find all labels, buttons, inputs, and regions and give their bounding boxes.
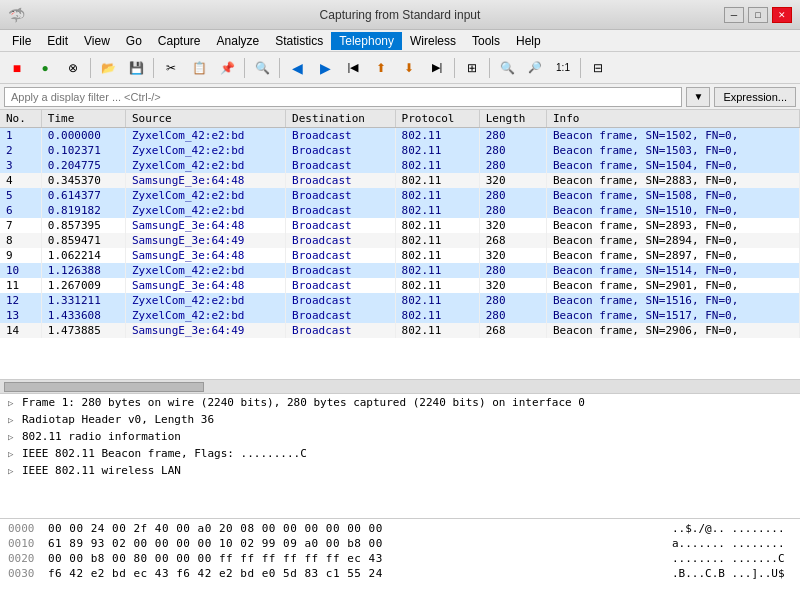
copy-button[interactable]: 📋 bbox=[186, 56, 212, 80]
detail-item[interactable]: ▷Frame 1: 280 bytes on wire (2240 bits),… bbox=[0, 394, 800, 411]
cell-length: 320 bbox=[479, 218, 546, 233]
cell-protocol: 802.11 bbox=[395, 233, 479, 248]
table-row[interactable]: 121.331211ZyxelCom_42:e2:bdBroadcast802.… bbox=[0, 293, 800, 308]
expression-button[interactable]: Expression... bbox=[714, 87, 796, 107]
open-button[interactable]: 📂 bbox=[95, 56, 121, 80]
hex-dump[interactable]: 0000 00 00 24 00 2f 40 00 a0 20 08 00 00… bbox=[0, 519, 800, 597]
toolbar-sep-3 bbox=[244, 58, 245, 78]
cell-protocol: 802.11 bbox=[395, 218, 479, 233]
hex-row: 0030 f6 42 e2 bd ec 43 f6 42 e2 bd e0 5d… bbox=[0, 566, 800, 581]
table-row[interactable]: 141.473885SamsungE_3e:64:49Broadcast802.… bbox=[0, 323, 800, 338]
table-row[interactable]: 91.062214SamsungE_3e:64:48Broadcast802.1… bbox=[0, 248, 800, 263]
detail-item[interactable]: ▷Radiotap Header v0, Length 36 bbox=[0, 411, 800, 428]
table-row[interactable]: 10.000000ZyxelCom_42:e2:bdBroadcast802.1… bbox=[0, 128, 800, 144]
cell-no: 8 bbox=[0, 233, 41, 248]
cell-source: ZyxelCom_42:e2:bd bbox=[125, 128, 285, 144]
paste-button[interactable]: 📌 bbox=[214, 56, 240, 80]
menu-view[interactable]: View bbox=[76, 32, 118, 50]
maximize-button[interactable]: □ bbox=[748, 7, 768, 23]
cut-button[interactable]: ✂ bbox=[158, 56, 184, 80]
nav-up-button[interactable]: ⬆ bbox=[368, 56, 394, 80]
packet-list[interactable]: No. Time Source Destination Protocol Len… bbox=[0, 110, 800, 380]
hex-row: 0020 00 00 b8 00 80 00 00 00 ff ff ff ff… bbox=[0, 551, 800, 566]
table-row[interactable]: 101.126388ZyxelCom_42:e2:bdBroadcast802.… bbox=[0, 263, 800, 278]
menu-edit[interactable]: Edit bbox=[39, 32, 76, 50]
detail-arrow: ▷ bbox=[8, 466, 18, 476]
menu-wireless[interactable]: Wireless bbox=[402, 32, 464, 50]
hex-ascii: ..$./@.. ........ bbox=[672, 522, 792, 535]
menu-analyze[interactable]: Analyze bbox=[209, 32, 268, 50]
cell-length: 320 bbox=[479, 173, 546, 188]
menu-statistics[interactable]: Statistics bbox=[267, 32, 331, 50]
filter-input[interactable] bbox=[4, 87, 682, 107]
cell-length: 280 bbox=[479, 308, 546, 323]
cell-time: 1.062214 bbox=[41, 248, 125, 263]
detail-arrow: ▷ bbox=[8, 449, 18, 459]
table-row[interactable]: 20.102371ZyxelCom_42:e2:bdBroadcast802.1… bbox=[0, 143, 800, 158]
cell-destination: Broadcast bbox=[286, 308, 395, 323]
zoom-normal-button[interactable]: 1:1 bbox=[550, 56, 576, 80]
table-row[interactable]: 111.267009SamsungE_3e:64:48Broadcast802.… bbox=[0, 278, 800, 293]
nav-first-button[interactable]: |◀ bbox=[340, 56, 366, 80]
menu-capture[interactable]: Capture bbox=[150, 32, 209, 50]
window-controls: ─ □ ✕ bbox=[724, 7, 792, 23]
zoom-out-button[interactable]: 🔎 bbox=[522, 56, 548, 80]
find-button[interactable]: 🔍 bbox=[249, 56, 275, 80]
packet-detail[interactable]: ▷Frame 1: 280 bytes on wire (2240 bits),… bbox=[0, 394, 800, 519]
cell-destination: Broadcast bbox=[286, 203, 395, 218]
cell-protocol: 802.11 bbox=[395, 158, 479, 173]
table-row[interactable]: 40.345370SamsungE_3e:64:48Broadcast802.1… bbox=[0, 173, 800, 188]
toolbar-sep-6 bbox=[489, 58, 490, 78]
hex-row: 0010 61 89 93 02 00 00 00 00 10 02 99 09… bbox=[0, 536, 800, 551]
window-title: Capturing from Standard input bbox=[320, 8, 481, 22]
close-button[interactable]: ✕ bbox=[772, 7, 792, 23]
hscroll-bar[interactable] bbox=[0, 380, 800, 394]
col-destination: Destination bbox=[286, 110, 395, 128]
cell-protocol: 802.11 bbox=[395, 323, 479, 338]
hscroll-thumb[interactable] bbox=[4, 382, 204, 392]
cell-source: ZyxelCom_42:e2:bd bbox=[125, 263, 285, 278]
detail-item[interactable]: ▷IEEE 802.11 wireless LAN bbox=[0, 462, 800, 479]
cell-time: 1.267009 bbox=[41, 278, 125, 293]
cell-info: Beacon frame, SN=1508, FN=0, bbox=[546, 188, 799, 203]
close-capture-button[interactable]: ⊗ bbox=[60, 56, 86, 80]
detail-item[interactable]: ▷IEEE 802.11 Beacon frame, Flags: ......… bbox=[0, 445, 800, 462]
nav-down-button[interactable]: ⬇ bbox=[396, 56, 422, 80]
table-row[interactable]: 50.614377ZyxelCom_42:e2:bdBroadcast802.1… bbox=[0, 188, 800, 203]
table-row[interactable]: 60.819182ZyxelCom_42:e2:bdBroadcast802.1… bbox=[0, 203, 800, 218]
cell-destination: Broadcast bbox=[286, 218, 395, 233]
menu-telephony[interactable]: Telephony bbox=[331, 32, 402, 50]
title-left: 🦈 bbox=[8, 7, 25, 23]
save-button[interactable]: 💾 bbox=[123, 56, 149, 80]
menu-help[interactable]: Help bbox=[508, 32, 549, 50]
nav-last-button[interactable]: ▶| bbox=[424, 56, 450, 80]
table-header-row: No. Time Source Destination Protocol Len… bbox=[0, 110, 800, 128]
detail-item[interactable]: ▷802.11 radio information bbox=[0, 428, 800, 445]
menu-tools[interactable]: Tools bbox=[464, 32, 508, 50]
nav-back-button[interactable]: ◀ bbox=[284, 56, 310, 80]
minimize-button[interactable]: ─ bbox=[724, 7, 744, 23]
cell-destination: Broadcast bbox=[286, 323, 395, 338]
cell-length: 320 bbox=[479, 248, 546, 263]
filter-dropdown[interactable]: ▼ bbox=[686, 87, 710, 107]
cell-length: 280 bbox=[479, 128, 546, 144]
cell-no: 6 bbox=[0, 203, 41, 218]
stop-button[interactable]: ■ bbox=[4, 56, 30, 80]
menu-go[interactable]: Go bbox=[118, 32, 150, 50]
nav-forward-button[interactable]: ▶ bbox=[312, 56, 338, 80]
table-row[interactable]: 131.433608ZyxelCom_42:e2:bdBroadcast802.… bbox=[0, 308, 800, 323]
colorize-button[interactable]: ⊞ bbox=[459, 56, 485, 80]
resize-columns-button[interactable]: ⊟ bbox=[585, 56, 611, 80]
cell-protocol: 802.11 bbox=[395, 188, 479, 203]
restart-button[interactable]: ● bbox=[32, 56, 58, 80]
cell-info: Beacon frame, SN=1504, FN=0, bbox=[546, 158, 799, 173]
col-info: Info bbox=[546, 110, 799, 128]
table-row[interactable]: 80.859471SamsungE_3e:64:49Broadcast802.1… bbox=[0, 233, 800, 248]
hex-ascii: ........ .......C bbox=[672, 552, 792, 565]
cell-protocol: 802.11 bbox=[395, 248, 479, 263]
menu-file[interactable]: File bbox=[4, 32, 39, 50]
table-row[interactable]: 70.857395SamsungE_3e:64:48Broadcast802.1… bbox=[0, 218, 800, 233]
cell-no: 3 bbox=[0, 158, 41, 173]
table-row[interactable]: 30.204775ZyxelCom_42:e2:bdBroadcast802.1… bbox=[0, 158, 800, 173]
zoom-in-button[interactable]: 🔍 bbox=[494, 56, 520, 80]
